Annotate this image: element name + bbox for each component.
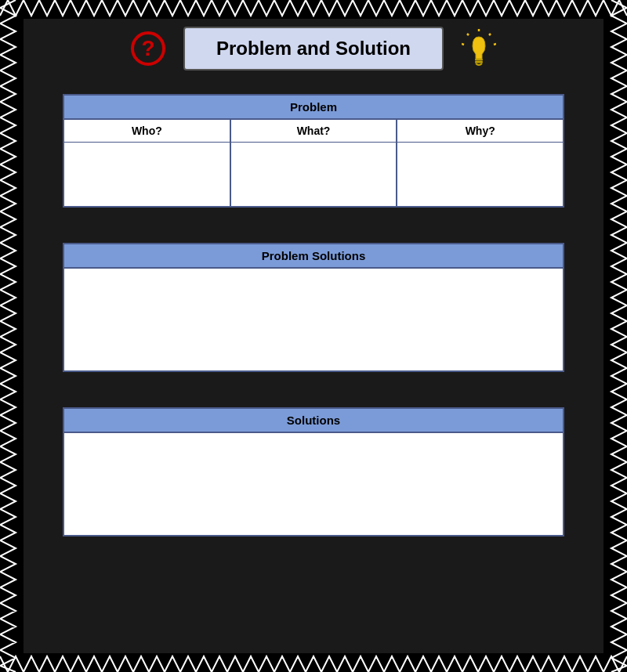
who-column: Who? [64,120,231,206]
main-content: Problem Who? What? Why? [63,94,564,556]
problem-section: Problem Who? What? Why? [63,94,564,208]
who-content[interactable] [64,143,230,206]
problem-columns: Who? What? Why? [64,120,563,206]
why-column: Why? [397,120,563,206]
header-row: ? Problem and Solution [129,27,498,70]
inner-page: ? Problem and Solution [24,19,603,653]
what-content[interactable] [231,143,397,206]
svg-rect-6 [475,61,483,63]
why-content[interactable] [397,143,563,206]
svg-line-2 [494,44,496,45]
svg-rect-5 [475,59,483,61]
why-label: Why? [397,120,563,143]
question-icon: ? [129,29,168,68]
who-label: Who? [64,120,230,143]
lightbulb-icon [459,29,498,68]
svg-line-3 [467,34,469,35]
what-label: What? [231,120,397,143]
problem-header: Problem [64,96,563,120]
question-mark: ? [131,31,165,66]
problem-solutions-header: Problem Solutions [64,244,563,269]
svg-line-1 [489,34,491,35]
problem-solutions-body[interactable] [64,269,563,370]
solutions-section: Solutions [63,407,564,537]
svg-line-4 [462,44,464,45]
problem-solutions-section: Problem Solutions [63,243,564,372]
page-background: ? Problem and Solution [0,0,627,672]
page-title: Problem and Solution [183,27,444,70]
solutions-header: Solutions [64,409,563,433]
what-column: What? [231,120,398,206]
solutions-body[interactable] [64,433,563,535]
lightbulb-svg [462,29,496,68]
